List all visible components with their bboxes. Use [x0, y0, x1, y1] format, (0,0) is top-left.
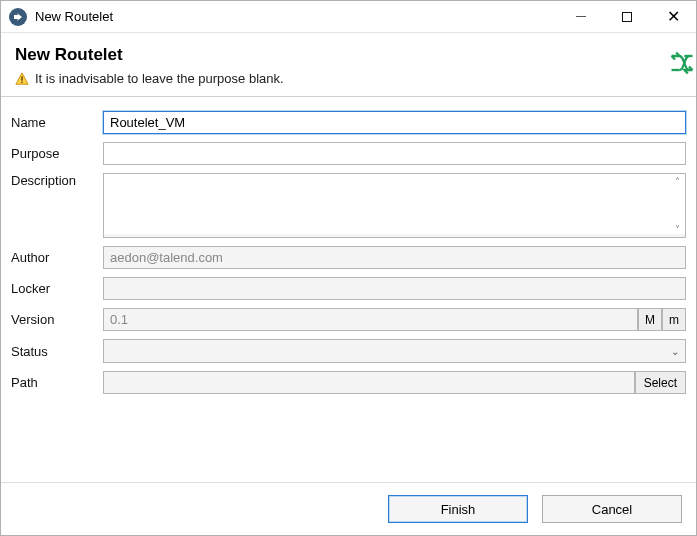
version-major-button[interactable]: M — [638, 308, 662, 331]
description-wrapper: ˄ ˅ — [103, 173, 686, 238]
status-combo[interactable]: ⌄ — [103, 339, 686, 363]
label-purpose: Purpose — [11, 146, 103, 161]
close-icon: ✕ — [667, 9, 680, 25]
version-input — [103, 308, 638, 331]
label-locker: Locker — [11, 281, 103, 296]
dialog-message: It is inadvisable to leave the purpose b… — [35, 71, 284, 86]
path-select-button[interactable]: Select — [635, 371, 686, 394]
author-input — [103, 246, 686, 269]
name-input[interactable] — [103, 111, 686, 134]
label-author: Author — [11, 250, 103, 265]
label-path: Path — [11, 375, 103, 390]
close-button[interactable]: ✕ — [650, 1, 696, 33]
row-purpose: Purpose — [11, 142, 686, 165]
app-icon — [9, 8, 27, 26]
routelet-icon — [668, 49, 696, 80]
cancel-button[interactable]: Cancel — [542, 495, 682, 523]
purpose-input[interactable] — [103, 142, 686, 165]
window-title: New Routelet — [35, 9, 113, 24]
warning-icon — [15, 72, 29, 86]
minimize-button[interactable] — [558, 1, 604, 33]
label-name: Name — [11, 115, 103, 130]
dialog-message-row: It is inadvisable to leave the purpose b… — [15, 71, 682, 86]
svg-rect-0 — [21, 76, 22, 80]
label-version: Version — [11, 312, 103, 327]
scroll-up-icon[interactable]: ˄ — [671, 176, 683, 187]
row-version: Version M m — [11, 308, 686, 331]
row-locker: Locker — [11, 277, 686, 300]
svg-rect-1 — [21, 81, 22, 82]
dialog-footer: Finish Cancel — [1, 482, 696, 535]
version-minor-button[interactable]: m — [662, 308, 686, 331]
finish-button[interactable]: Finish — [388, 495, 528, 523]
path-input — [103, 371, 635, 394]
minimize-icon — [576, 16, 586, 17]
row-description: Description ˄ ˅ — [11, 173, 686, 238]
row-path: Path Select — [11, 371, 686, 394]
description-textarea[interactable] — [104, 174, 685, 234]
label-status: Status — [11, 344, 103, 359]
row-status: Status ⌄ — [11, 339, 686, 363]
chevron-down-icon: ⌄ — [671, 346, 679, 357]
dialog-heading: New Routelet — [15, 45, 682, 65]
locker-input — [103, 277, 686, 300]
dialog-header: New Routelet It is inadvisable to leave … — [1, 33, 696, 97]
maximize-icon — [622, 12, 632, 22]
form-area: Name Purpose Description ˄ ˅ Author — [1, 97, 696, 482]
row-name: Name — [11, 111, 686, 134]
scroll-down-icon[interactable]: ˅ — [671, 224, 683, 235]
row-author: Author — [11, 246, 686, 269]
titlebar: New Routelet ✕ — [1, 1, 696, 33]
label-description: Description — [11, 173, 103, 188]
dialog-window: New Routelet ✕ New Routelet It is inadvi… — [0, 0, 697, 536]
maximize-button[interactable] — [604, 1, 650, 33]
